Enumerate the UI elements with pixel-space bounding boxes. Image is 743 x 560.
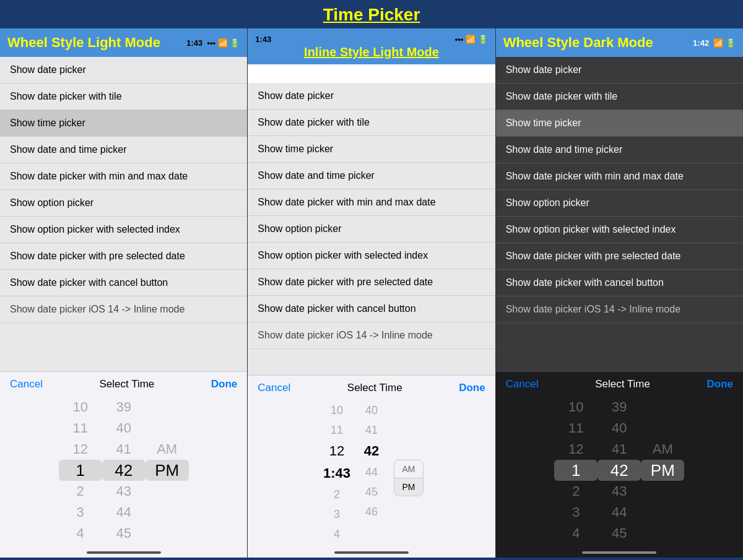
panel-3-list: Show date picker Show date picker with t… bbox=[496, 57, 743, 371]
wheel-item: — bbox=[146, 523, 189, 544]
picker-bar-3: Cancel Select Time Done 10 11 12 1 2 3 4… bbox=[496, 371, 743, 558]
list-item[interactable]: Show date picker bbox=[0, 57, 247, 84]
wheel-item: 41 bbox=[102, 439, 146, 460]
wheel-item: 10 bbox=[59, 397, 102, 418]
picker-title-1: Select Time bbox=[99, 378, 154, 390]
wheel-item: 2 bbox=[59, 481, 102, 502]
picker-cancel-3[interactable]: Cancel bbox=[506, 378, 539, 390]
list-item[interactable]: Show date picker with tile bbox=[496, 84, 743, 110]
wheel-item: 3 bbox=[59, 502, 102, 523]
wheel-item: 40 bbox=[597, 418, 641, 439]
inline-item-selected: 42 bbox=[357, 440, 386, 462]
wheel-item: 11 bbox=[59, 418, 102, 439]
list-item[interactable]: Show date picker iOS 14 -> Inline mode bbox=[0, 296, 247, 323]
wheel-item-selected: PM bbox=[641, 460, 684, 481]
list-item[interactable]: Show date picker with cancel button bbox=[248, 296, 495, 322]
wheel-item: 43 bbox=[102, 481, 146, 502]
list-item[interactable]: Show date picker with cancel button bbox=[496, 270, 743, 296]
panel-2-status-icons: ••• 📶 🔋 bbox=[455, 35, 488, 44]
wheel-item-selected: 42 bbox=[597, 460, 641, 481]
list-item[interactable]: Show option picker with selected index bbox=[0, 217, 247, 243]
inline-item: 46 bbox=[357, 502, 386, 522]
list-item[interactable]: Show date and time picker bbox=[0, 137, 247, 163]
picker-cancel-1[interactable]: Cancel bbox=[10, 378, 43, 390]
picker-done-2[interactable]: Done bbox=[459, 382, 485, 394]
list-item[interactable]: Show date picker iOS 14 -> Inline mode bbox=[248, 322, 495, 349]
picker-done-3[interactable]: Done bbox=[706, 378, 733, 390]
picker-bar-2: Cancel Select Time Done 10 11 12 1:43 2 … bbox=[248, 375, 495, 558]
picker-cancel-2[interactable]: Cancel bbox=[258, 382, 290, 394]
wheel-col-minutes-1: 39 40 41 42 43 44 45 bbox=[102, 397, 146, 544]
scroll-indicator-3 bbox=[582, 551, 656, 554]
inline-item: 11 bbox=[322, 420, 352, 440]
wheel-item: 11 bbox=[554, 418, 597, 439]
wheel-item: AM bbox=[146, 439, 189, 460]
list-item[interactable]: Show time picker bbox=[248, 136, 495, 163]
list-item[interactable]: Show date picker iOS 14 -> Inline mode bbox=[496, 296, 743, 323]
wheel-item: 39 bbox=[597, 397, 641, 418]
panel-2-sub-title: Inline Style Light Mode bbox=[255, 45, 487, 59]
list-item[interactable]: Show date picker bbox=[248, 83, 495, 110]
wheel-item: 2 bbox=[554, 481, 597, 502]
panel-1-list: Show date picker Show date picker with t… bbox=[0, 57, 247, 371]
list-item[interactable]: Show date picker with tile bbox=[248, 110, 495, 136]
panel-2-status: 1:43 bbox=[255, 35, 271, 44]
list-item[interactable]: Show date and time picker bbox=[496, 137, 743, 163]
list-item[interactable]: Show date picker with min and max date bbox=[0, 163, 247, 190]
list-item-highlighted[interactable]: Show time picker bbox=[496, 110, 743, 137]
picker-bar-1: Cancel Select Time Done 10 11 12 1 2 3 4… bbox=[0, 371, 247, 558]
wheel-item: 45 bbox=[102, 523, 146, 544]
panel-header-1: Wheel Style Light Mode 1:43 ••• 📶 🔋 bbox=[0, 28, 247, 57]
list-item[interactable]: Show option picker with selected index bbox=[496, 217, 743, 243]
list-item[interactable]: Show date picker with min and max date bbox=[496, 163, 743, 190]
wheel-item: — bbox=[146, 502, 189, 523]
wheel-item: 44 bbox=[102, 502, 146, 523]
list-item[interactable]: Show option picker bbox=[496, 190, 743, 217]
inline-col-ampm: AM PM bbox=[394, 460, 424, 496]
inline-spacer bbox=[248, 64, 495, 83]
wheel-col-ampm-1: — — AM PM — — — bbox=[146, 397, 189, 544]
list-item[interactable]: Show date picker with min and max date bbox=[248, 189, 495, 216]
wheel-item: — bbox=[641, 418, 684, 439]
list-item[interactable]: Show date picker bbox=[496, 57, 743, 84]
wheel-col-hours-3: 10 11 12 1 2 3 4 bbox=[554, 397, 597, 544]
wheel-item-selected: PM bbox=[146, 460, 189, 481]
list-item[interactable]: Show option picker bbox=[248, 216, 495, 243]
wheel-item: 10 bbox=[554, 397, 597, 418]
wheel-item: 4 bbox=[554, 523, 597, 544]
panels-container: Wheel Style Light Mode 1:43 ••• 📶 🔋 Show… bbox=[0, 28, 743, 558]
list-item[interactable]: Show date picker with pre selected date bbox=[248, 269, 495, 296]
ampm-pm[interactable]: PM bbox=[394, 478, 424, 496]
list-item-highlighted[interactable]: Show time picker bbox=[0, 110, 247, 137]
picker-done-1[interactable]: Done bbox=[211, 378, 238, 390]
picker-nav-1: Cancel Select Time Done bbox=[0, 372, 247, 394]
page-header: Time Picker bbox=[0, 0, 743, 28]
inline-item: 44 bbox=[357, 462, 386, 482]
inline-item: 40 bbox=[357, 400, 386, 420]
inline-item-selected: 12 bbox=[322, 440, 352, 462]
list-item[interactable]: Show date picker with pre selected date bbox=[0, 243, 247, 270]
wheel-item: 41 bbox=[597, 439, 641, 460]
ampm-am[interactable]: AM bbox=[394, 460, 424, 478]
inline-item-selected: 1:43 bbox=[322, 462, 352, 485]
wheel-item: — bbox=[641, 502, 684, 523]
panel-header-3: Wheel Style Dark Mode 1:42 📶 🔋 bbox=[496, 28, 743, 57]
panel-wheel-light: Wheel Style Light Mode 1:43 ••• 📶 🔋 Show… bbox=[0, 28, 248, 558]
inline-item: 10 bbox=[322, 400, 352, 420]
list-item[interactable]: Show date picker with tile bbox=[0, 84, 247, 110]
list-item[interactable]: Show option picker bbox=[0, 190, 247, 217]
picker-nav-3: Cancel Select Time Done bbox=[496, 372, 743, 394]
wheel-item: — bbox=[146, 481, 189, 502]
wheel-item: 3 bbox=[554, 502, 597, 523]
wheel-item: — bbox=[641, 523, 684, 544]
list-item[interactable]: Show option picker with selected index bbox=[248, 243, 495, 269]
list-item[interactable]: Show date picker with pre selected date bbox=[496, 243, 743, 270]
inline-item: 3 bbox=[322, 504, 352, 524]
inline-item: 2 bbox=[322, 485, 352, 504]
list-item[interactable]: Show date and time picker bbox=[248, 163, 495, 189]
wheel-item: 40 bbox=[102, 418, 146, 439]
list-item[interactable]: Show date picker with cancel button bbox=[0, 270, 247, 296]
wheel-picker-1: 10 11 12 1 2 3 4 39 40 41 42 43 44 45 bbox=[0, 394, 247, 549]
panel-wheel-dark: Wheel Style Dark Mode 1:42 📶 🔋 Show date… bbox=[496, 28, 743, 558]
panel-inline-light: 1:43 ••• 📶 🔋 Inline Style Light Mode Sho… bbox=[248, 28, 495, 558]
